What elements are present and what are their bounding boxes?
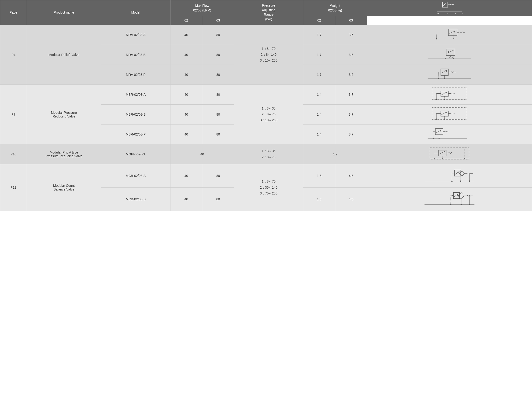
symbol-cell [367, 188, 532, 211]
flow02-cell: 40 [170, 104, 202, 124]
model-cell: MCB-02/03-B [101, 188, 170, 211]
svg-rect-89 [455, 170, 461, 176]
svg-point-28 [445, 58, 446, 59]
svg-point-48 [444, 99, 445, 100]
wt02-cell: 1.6 [303, 164, 335, 188]
wt03-cell: 3.6 [335, 45, 367, 65]
model-cell: MBR-02/03-P [101, 124, 170, 144]
svg-marker-101 [458, 192, 464, 199]
product-cell: Modular P to A typePressure Reducing Val… [27, 144, 101, 164]
pressure-cell: 1：8～702：35～1403：70～250 [234, 164, 303, 211]
svg-point-29 [453, 58, 455, 59]
wt03-cell: 3.6 [335, 65, 367, 85]
flow03-cell: 80 [202, 45, 234, 65]
symbol-cell [367, 124, 532, 144]
main-table: Page Product name Model Max Flow02/03 (L… [0, 0, 532, 211]
header-model: Model [101, 0, 170, 25]
wt03-cell: 3.6 [335, 25, 367, 45]
header-flow02: 02 [170, 16, 202, 25]
svg-point-59 [444, 118, 445, 120]
page-cell: P4 [0, 25, 27, 85]
header-weight: Weight02/03(kg) [303, 0, 367, 16]
flow03-cell: 80 [202, 124, 234, 144]
svg-rect-63 [435, 129, 443, 135]
table-row: P4 Modular Relief Valve MRV-02/03-A 40 8… [0, 25, 532, 45]
wt03-cell: 4.5 [335, 188, 367, 211]
header-max-flow: Max Flow02/03 (LPM) [170, 0, 234, 16]
header-page: Page [0, 0, 27, 25]
svg-point-109 [461, 204, 462, 205]
svg-line-1 [443, 3, 446, 6]
header-flow03: 03 [202, 16, 234, 25]
model-cell: MCB-02/03-A [101, 164, 170, 188]
header-symbol: P T B A [367, 0, 532, 16]
wt02-cell: 1.4 [303, 85, 335, 104]
model-cell: MRV-02/03-A [101, 25, 170, 45]
wt02-cell: 1.6 [303, 188, 335, 211]
flow02-cell: 40 [170, 124, 202, 144]
svg-point-40 [438, 78, 439, 79]
symbol-cell [367, 164, 532, 188]
svg-marker-55 [446, 112, 447, 113]
product-cell: Modular Relief Valve [27, 25, 101, 85]
svg-text:A: A [462, 13, 463, 15]
svg-marker-15 [454, 31, 456, 32]
svg-marker-44 [446, 92, 447, 94]
svg-text:B: B [455, 13, 456, 15]
header-wt02: 02 [303, 16, 335, 25]
wt02-cell: 1.7 [303, 45, 335, 65]
wt02-cell: 1.4 [303, 124, 335, 144]
pressure-cell: 1：8～702：8～1403：10～250 [234, 25, 303, 85]
flow03-cell: 80 [202, 188, 234, 211]
svg-rect-42 [441, 91, 448, 96]
svg-point-96 [451, 180, 452, 182]
wt02-cell: 1.7 [303, 25, 335, 45]
wt02-cell: 1.4 [303, 104, 335, 124]
flow02-cell: 40 [170, 164, 202, 188]
symbol-cell [367, 144, 532, 164]
flow02-cell: 40 [170, 85, 202, 104]
svg-rect-31 [441, 69, 448, 75]
svg-point-19 [453, 38, 455, 39]
header-product: Product name [27, 0, 101, 25]
model-cell: MGPR-02-PA [101, 144, 170, 164]
svg-point-18 [436, 38, 437, 39]
svg-point-110 [450, 204, 451, 205]
wt03-cell: 3.7 [335, 104, 367, 124]
flow03-cell: 80 [202, 104, 234, 124]
wt03-cell: 3.7 [335, 124, 367, 144]
svg-rect-53 [441, 111, 448, 116]
header-wt03: 03 [335, 16, 367, 25]
flow02-cell: 40 [170, 25, 202, 45]
page-cell: P12 [0, 164, 27, 211]
svg-marker-87 [459, 171, 464, 176]
svg-text:T: T [447, 13, 448, 15]
flow03-cell: 80 [202, 25, 234, 45]
model-cell: MBR-02/03-A [101, 85, 170, 104]
flow03-cell: 80 [202, 85, 234, 104]
svg-rect-0 [442, 2, 448, 8]
page-cell: P10 [0, 144, 27, 164]
flow02-cell: 40 [170, 45, 202, 65]
symbol-cell [367, 85, 532, 104]
wt03-cell: 3.7 [335, 85, 367, 104]
svg-point-80 [442, 158, 443, 159]
symbol-cell [367, 65, 532, 85]
svg-line-32 [442, 70, 447, 73]
table-row: P12 Modular CountBalance Valve MCB-02/03… [0, 164, 532, 188]
symbol-cell [367, 25, 532, 45]
model-cell: MRV-02/03-P [101, 65, 170, 85]
page-cell: P7 [0, 85, 27, 144]
pressure-cell: 1：3～352：8～70 [234, 144, 303, 164]
svg-rect-23 [446, 49, 455, 56]
flow03-cell: 80 [202, 65, 234, 85]
flow03-cell: 80 [202, 164, 234, 188]
svg-rect-74 [438, 150, 446, 156]
symbol-cell [367, 104, 532, 124]
svg-line-75 [439, 151, 445, 154]
product-cell: Modular PressureReducing Valve [27, 85, 101, 144]
flow02-cell: 40 [170, 65, 202, 85]
model-cell: MRV-02/03-B [101, 45, 170, 65]
pressure-cell: 1：3～352：8～703：10～250 [234, 85, 303, 144]
svg-point-95 [460, 180, 461, 182]
